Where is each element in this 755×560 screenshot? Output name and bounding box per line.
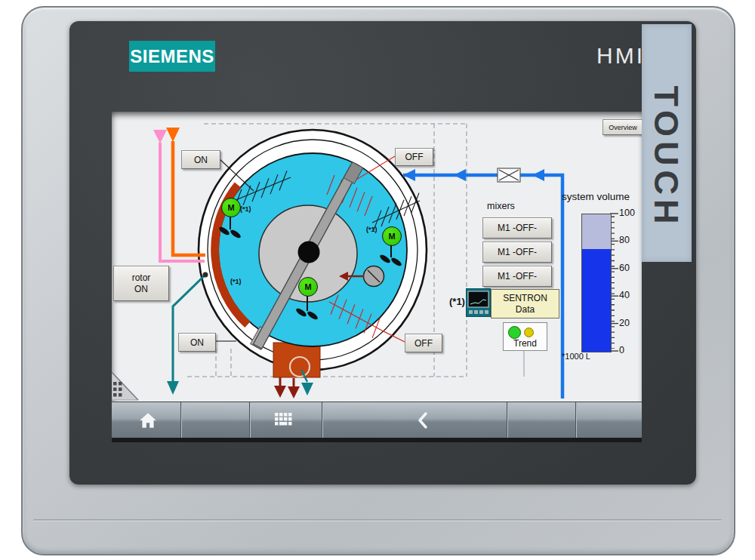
touch-label: TOUCH [648,44,686,270]
mixer-motor-1: M [221,198,241,217]
volume-bar-fill [582,249,611,352]
mixers-title: mixers [487,201,540,211]
status-yellow-dot [524,328,534,337]
aeration-top-off-button[interactable]: OFF [395,148,433,166]
sentron-device-icon [466,288,491,317]
rotor-hub [298,242,320,263]
rotor-button-line2: ON [134,284,148,295]
volume-tick-100: 100 [619,208,642,218]
aeration-top-on-button[interactable]: ON [181,150,220,169]
nav-previous-button[interactable] [249,402,322,438]
status-green-dot [508,326,521,339]
mixer-motor-3: M [298,277,318,297]
volume-unit: *1000 L [562,352,590,361]
nav-home-button[interactable] [113,402,180,438]
sentron-line1: SENTRON [503,293,547,304]
mixer-motor-2: M [382,226,402,246]
device-photo: SIEMENS HMI TOUCH [0,0,755,560]
nav-keyboard-button[interactable] [180,402,249,438]
siemens-logo: SIEMENS [129,41,215,72]
system-volume-title: system volume [562,191,642,202]
volume-tick-20: 20 [619,318,642,328]
touch-strip: TOUCH [642,24,692,262]
nav-blank-area [322,402,507,438]
volume-tick-80: 80 [619,235,642,245]
motor-2-footnote: (*1) [366,226,378,233]
screen-bottom-edge [112,438,642,442]
sentron-line2: Data [516,304,535,315]
hmi-label: HMI [592,43,649,72]
volume-tick-40: 40 [619,290,642,300]
sentron-footnote: (*1) [449,296,465,307]
frame-groove [33,519,722,522]
overview-button[interactable]: Overview [602,119,642,135]
volume-tick-60: 60 [619,263,642,273]
hmi-screen[interactable]: Overview ON OFF rotor ON ON OFF M M M (*… [112,112,642,442]
nav-bar [112,402,642,438]
valve-icon [498,168,520,182]
volume-bar [581,214,612,352]
sentron-data-button[interactable]: SENTRON Data [491,289,559,318]
mixer-button-2[interactable]: M1 -OFF- [482,242,552,263]
outlet-box [273,343,320,377]
nav-language-button[interactable] [575,402,642,438]
motor-symbol: M [304,282,311,291]
rotor-button-line1: rotor [132,272,151,284]
aeration-bottom-on-button[interactable]: ON [178,333,216,352]
motor-3-footnote: (*1) [230,278,242,285]
motor-symbol: M [388,232,395,241]
aeration-bottom-off-button[interactable]: OFF [405,334,442,352]
trend-button[interactable]: Trend [503,322,547,351]
page-curl[interactable] [112,372,138,400]
motor-symbol: M [227,203,234,212]
nav-next-button[interactable] [507,402,575,438]
motor-1-footnote: (*1) [240,205,251,213]
home-icon [138,411,158,430]
rotor-on-button[interactable]: rotor ON [113,266,169,301]
trend-label: Trend [504,338,547,349]
mixer-button-1[interactable]: M1 -OFF- [482,217,552,238]
volume-tick-0: 0 [619,345,642,355]
mixer-button-3[interactable]: M1 -OFF- [482,266,552,287]
